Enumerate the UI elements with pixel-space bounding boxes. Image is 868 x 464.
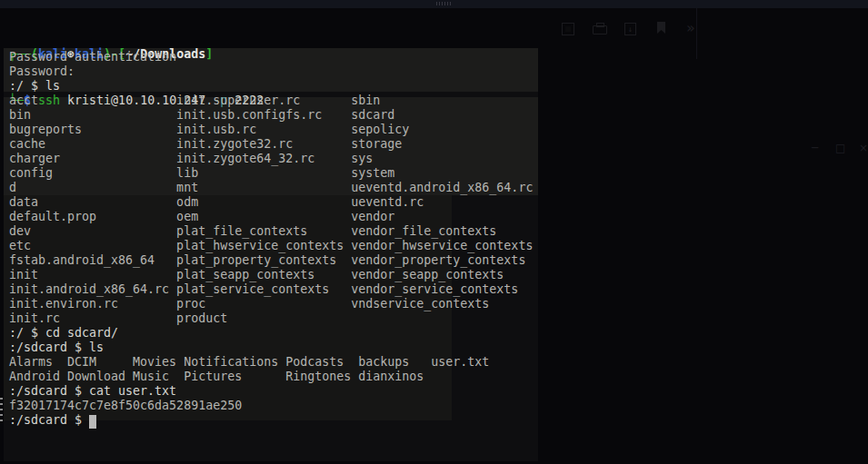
maximize-icon[interactable]: □: [835, 142, 845, 154]
printer-icon[interactable]: [593, 25, 607, 35]
terminal-output-line: etc plat_hwservice_contexts vendor_hwser…: [9, 239, 533, 253]
terminal-output-line: acct init.superuser.rc sbin: [9, 94, 533, 108]
terminal-output-line: Alarms DCIM Movies Notifications Podcast…: [9, 355, 533, 370]
terminal-output-line: d mnt ueventd.android_x86_64.rc: [9, 181, 533, 195]
terminal-output-line: data odm ueventd.rc: [9, 195, 533, 210]
terminal-output-line: fstab.android_x86_64 plat_property_conte…: [9, 253, 533, 268]
terminal-output-line: bugreports init.usb.rc sepolicy: [9, 123, 533, 137]
terminal-output-line: charger init.zygote64_32.rc sys: [9, 152, 533, 166]
terminal-output-line: Password authentication: [9, 50, 533, 64]
terminal-output-line: default.prop oem vendor: [9, 210, 533, 224]
minimize-icon[interactable]: ─: [812, 142, 818, 154]
terminal-command-line: :/sdcard $: [9, 413, 533, 428]
close-icon[interactable]: ×: [859, 142, 868, 154]
download-icon[interactable]: ↓: [624, 23, 636, 35]
top-bar-dots: [436, 2, 451, 5]
terminal-output-line: Android Download Music Pictures Ringtone…: [9, 370, 533, 384]
terminal-output-line: init.environ.rc proc vndservice_contexts: [9, 297, 533, 311]
top-bar: [0, 0, 868, 8]
terminal-output-line: init.rc product: [9, 311, 533, 326]
terminal-output-line: dev plat_file_contexts vendor_file_conte…: [9, 224, 533, 239]
fullscreen-icon[interactable]: [562, 23, 574, 35]
terminal-output-line: bin init.usb.configfs.rc sdcard: [9, 108, 533, 123]
terminal-output-line: init plat_seapp_contexts vendor_seapp_co…: [9, 268, 533, 282]
bookmark-icon[interactable]: [657, 22, 665, 34]
scrollbar-fragment[interactable]: [0, 398, 3, 421]
terminal-cursor[interactable]: [89, 415, 96, 429]
terminal-output-line: cache init.zygote32.rc storage: [9, 137, 533, 152]
terminal-command-line: :/ $ ls: [9, 79, 533, 94]
terminal-output-line: Password:: [9, 64, 533, 79]
terminal-output-line: config lib system: [9, 166, 533, 181]
window-edge-line: [696, 8, 697, 59]
screenshot-root: { "page": { "bg": "#07070a", "topbar_col…: [0, 0, 868, 464]
terminal-command-line: :/sdcard $ ls: [9, 341, 533, 355]
terminal-command-line: :/sdcard $ cat user.txt: [9, 384, 533, 399]
terminal-command-line: :/ $ cd sdcard/: [9, 326, 533, 341]
terminal-output-line: f32017174c7c7e8f50c6da52891ae250: [9, 399, 533, 413]
terminal-output[interactable]: Password authenticationPassword: :/ $ ls…: [9, 50, 533, 428]
terminal-output-line: init.android_x86_64.rc plat_service_cont…: [9, 282, 533, 297]
double-chevron-icon[interactable]: »: [686, 19, 695, 36]
